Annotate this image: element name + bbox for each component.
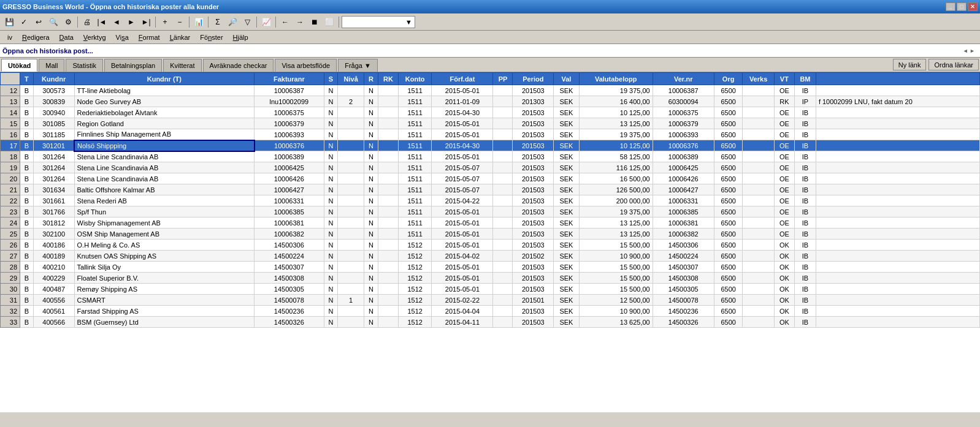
col-header-T[interactable]: T	[20, 73, 34, 85]
table-cell: 6500	[714, 284, 743, 295]
col-header-VT[interactable]: VT	[774, 73, 794, 85]
toolbar-sum-btn[interactable]: Σ	[211, 15, 224, 29]
table-row[interactable]: 17B301201Nolsö Shippping10006376NN151120…	[1, 140, 980, 151]
table-cell	[338, 173, 364, 184]
col-header-vernr[interactable]: Ver.nr	[653, 73, 714, 85]
table-row[interactable]: 29B400229Floatel Superior B.V.14500308NN…	[1, 273, 980, 284]
maximize-button[interactable]: □	[957, 2, 967, 11]
table-cell: 27	[1, 251, 20, 262]
toolbar-check-btn[interactable]: ✓	[17, 15, 31, 29]
table-cell	[338, 195, 364, 206]
tab-fraga[interactable]: Fråga ▼	[338, 59, 378, 72]
menu-redigera[interactable]: Redigera	[17, 32, 55, 42]
col-header-niva[interactable]: Nivå	[338, 73, 364, 85]
table-row[interactable]: 24B301812Wisby Shipmanagement AB10006381…	[1, 217, 980, 229]
table-row[interactable]: 32B400561Farstad Shipping AS14500236NN15…	[1, 306, 980, 317]
table-cell: N	[364, 317, 378, 328]
col-header-BM[interactable]: BM	[795, 73, 816, 85]
table-cell: OE	[774, 217, 794, 229]
tab-betalningsplan[interactable]: Betalningsplan	[104, 59, 162, 72]
toolbar-home-btn[interactable]: ⬜	[323, 15, 336, 29]
toolbar-add-btn[interactable]: +	[158, 15, 172, 29]
table-row[interactable]: 28B400210Tallink Silja Oy14500307NN15122…	[1, 262, 980, 273]
ny-lank-button[interactable]: Ny länk	[893, 59, 927, 70]
toolbar-nav-next[interactable]: ►	[124, 15, 138, 29]
col-header-org[interactable]: Org	[714, 73, 743, 85]
table-row[interactable]: 31B400556CSMART14500078N1N15122015-02-22…	[1, 295, 980, 306]
col-header-kundnrT[interactable]: Kundnr (T)	[74, 73, 255, 85]
table-row[interactable]: 30B400487Remøy Shipping AS14500305NN1512…	[1, 284, 980, 295]
table-row[interactable]: 12B300573TT-line Aktiebolag10006387NN151…	[1, 85, 980, 96]
table-container[interactable]: T Kundnr Kundnr (T) Fakturanr S Nivå R R…	[0, 72, 980, 412]
table-row[interactable]: 14B300940Rederiaktiebolaget Älvtank10006…	[1, 107, 980, 118]
col-header-val[interactable]: Val	[554, 73, 579, 85]
close-button[interactable]: ✕	[968, 2, 978, 11]
col-header-period[interactable]: Period	[513, 73, 554, 85]
col-header-konto[interactable]: Konto	[399, 73, 432, 85]
table-cell	[378, 306, 398, 317]
table-row[interactable]: 27B400189Knutsen OAS Shipping AS14500224…	[1, 251, 980, 262]
toolbar-forward-btn[interactable]: →	[293, 15, 307, 29]
table-cell: 15 500,00	[579, 284, 653, 295]
col-header-S[interactable]: S	[324, 73, 338, 85]
menu-data[interactable]: Data	[55, 32, 78, 42]
minimize-button[interactable]: _	[946, 2, 955, 11]
col-header-PP[interactable]: PP	[493, 73, 513, 85]
table-row[interactable]: 21B301634Baltic Offshore Kalmar AB100064…	[1, 184, 980, 195]
table-cell: 6500	[714, 107, 743, 118]
toolbar-nav-prev[interactable]: ◄	[110, 15, 123, 29]
toolbar-nav-first[interactable]: |◄	[95, 15, 109, 29]
table-row[interactable]: 25B302100OSM Ship Management AB10006382N…	[1, 229, 980, 240]
menu-visa[interactable]: Visa	[111, 32, 134, 42]
table-row[interactable]: 26B400186O.H Meling & Co. AS14500306NN15…	[1, 240, 980, 251]
table-cell: N	[364, 85, 378, 96]
col-header-verks[interactable]: Verks	[743, 73, 774, 85]
toolbar-delete-btn[interactable]: −	[173, 15, 186, 29]
table-row[interactable]: 22B301661Stena Rederi AB10006331NN151120…	[1, 195, 980, 206]
table-row[interactable]: 16B301185Finnlines Ship Management AB100…	[1, 129, 980, 140]
tab-avraknade[interactable]: Avräknade checkar	[203, 59, 274, 72]
toolbar-search2-btn[interactable]: 🔎	[226, 15, 239, 29]
col-header-RK[interactable]: RK	[378, 73, 398, 85]
table-cell: 10006375	[653, 107, 714, 118]
table-row[interactable]: 33B400566BSM (Guernsey) Ltd14500326NN151…	[1, 317, 980, 328]
col-header-fakturanr[interactable]: Fakturanr	[255, 73, 324, 85]
tab-arbetsflode[interactable]: Visa arbetsflöde	[275, 59, 337, 72]
table-row[interactable]: 19B301264Stena Line Scandinavia AB100064…	[1, 162, 980, 173]
tab-statistik[interactable]: Statistik	[66, 59, 103, 72]
table-row[interactable]: 23B301766Sp/f Thun10006385NN15112015-05-…	[1, 206, 980, 217]
table-cell: N	[364, 295, 378, 306]
toolbar-nav-last[interactable]: ►|	[139, 15, 153, 29]
menu-verktyg[interactable]: Verktyg	[78, 32, 111, 42]
toolbar-filter-btn[interactable]: ▽	[240, 15, 254, 29]
tab-kvitterat[interactable]: Kvitterat	[163, 59, 201, 72]
toolbar-search-btn[interactable]: 🔍	[47, 15, 60, 29]
col-header-forfdat[interactable]: Förf.dat	[432, 73, 493, 85]
table-cell: Farstad Shipping AS	[74, 306, 255, 317]
col-header-valutabelopp[interactable]: Valutabelopp	[579, 73, 653, 85]
toolbar-chart-btn[interactable]: 📊	[192, 15, 205, 29]
col-header-kundnr[interactable]: Kundnr	[33, 73, 74, 85]
toolbar-graph-btn[interactable]: 📈	[259, 15, 273, 29]
table-cell: 19 375,00	[579, 206, 653, 217]
table-row[interactable]: 15B301085Region Gotland10006379NN1511201…	[1, 118, 980, 129]
table-row[interactable]: 20B301264Stena Line Scandinavia AB100064…	[1, 173, 980, 184]
toolbar-back-btn[interactable]: ←	[278, 15, 292, 29]
menu-iv[interactable]: iv	[2, 32, 17, 42]
toolbar-btn5[interactable]: ⚙	[61, 15, 75, 29]
col-header-R[interactable]: R	[364, 73, 378, 85]
table-row[interactable]: 13B300839Node Geo Survey ABlnu10002099N2…	[1, 96, 980, 107]
toolbar-stop-btn[interactable]: ⏹	[308, 15, 321, 29]
menu-fonster[interactable]: Fönster	[195, 32, 228, 42]
toolbar-save-btn[interactable]: 💾	[2, 15, 16, 29]
tab-mall[interactable]: Mall	[39, 59, 64, 72]
ordna-lankar-button[interactable]: Ordna länkar	[928, 59, 979, 70]
toolbar-dropdown[interactable]: ▼	[342, 16, 415, 28]
menu-hjalp[interactable]: Hjälp	[228, 32, 253, 42]
menu-lankar[interactable]: Länkar	[165, 32, 196, 42]
menu-format[interactable]: Format	[134, 32, 165, 42]
table-row[interactable]: 18B301264Stena Line Scandinavia AB100063…	[1, 151, 980, 162]
tab-utokad[interactable]: Utökad	[1, 59, 37, 72]
toolbar-print-btn[interactable]: 🖨	[80, 15, 94, 29]
toolbar-undo-btn[interactable]: ↩	[32, 15, 45, 29]
